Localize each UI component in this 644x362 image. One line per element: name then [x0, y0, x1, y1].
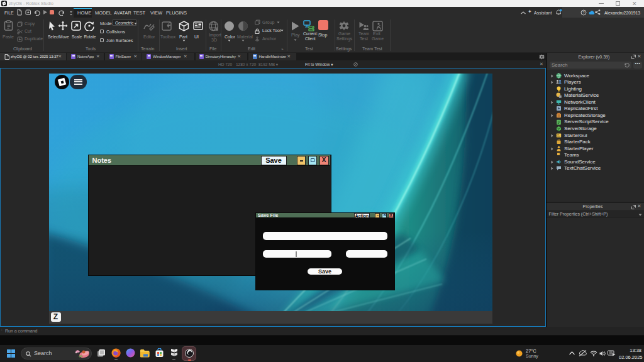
svg-text:?: ?	[582, 11, 585, 14]
